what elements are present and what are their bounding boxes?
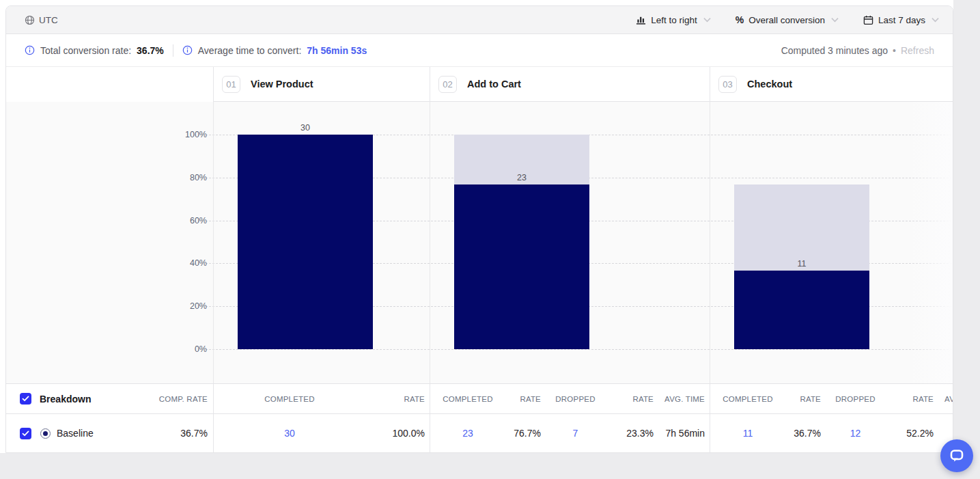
info-icon[interactable]: [25, 45, 35, 55]
baseline-breakdown-cell: Baseline 36.7%: [6, 414, 213, 452]
col-header: RATE: [785, 395, 826, 403]
bar-value-label: 11: [734, 257, 869, 271]
check-icon: [22, 430, 29, 437]
total-conversion-value: 36.7%: [137, 45, 164, 56]
breakdown-header-cell: Breakdown COMP. RATE: [6, 384, 213, 413]
step-name: Add to Cart: [467, 79, 521, 90]
step-number: 02: [438, 76, 457, 93]
layout-direction-dropdown[interactable]: Left to right: [636, 15, 711, 25]
col-header: RATE: [365, 395, 430, 403]
divider: [173, 44, 173, 57]
step-header-01[interactable]: 01View Product: [213, 67, 430, 102]
breakdown-label: Breakdown: [40, 394, 91, 405]
chat-launcher-button[interactable]: [940, 439, 973, 472]
total-conversion-label: Total conversion rate:: [40, 45, 131, 56]
col-header: DROPPED: [546, 395, 604, 403]
calendar-icon: [863, 15, 873, 25]
chevron-down-icon: [831, 17, 839, 23]
stat-avg_time: 7h 56min: [659, 428, 710, 439]
bar-value-label: 23: [454, 171, 589, 184]
col-header: COMPLETED: [430, 395, 505, 403]
step-table-values-03: 1136.7%1252.2%: [710, 414, 953, 452]
col-header: RATE: [884, 395, 939, 403]
baseline-checkbox[interactable]: [20, 428, 31, 439]
funnel-canvas: 01View Product02Add to Cart03Checkout 10…: [6, 67, 953, 452]
y-axis-tick: 20%: [190, 301, 207, 311]
chevron-down-icon: [703, 17, 711, 23]
stat-dropped_rate: 52.2%: [884, 428, 939, 439]
y-axis-tick: 60%: [190, 216, 207, 225]
timezone-selector[interactable]: UTC: [25, 15, 58, 25]
metric-dropdown[interactable]: % Overall conversion: [736, 14, 839, 25]
date-range-dropdown[interactable]: Last 7 days: [863, 15, 939, 25]
avg-time-value[interactable]: 7h 56min 53s: [307, 45, 367, 56]
col-header: AVG. TIME: [659, 395, 710, 403]
check-icon: [22, 396, 29, 402]
step-name: View Product: [251, 79, 313, 90]
series-color-indicator: [40, 428, 51, 439]
step-table-values-01: 30100.0%: [213, 414, 430, 452]
avg-time-label: Average time to convert:: [198, 45, 301, 56]
col-header: RATE: [505, 395, 546, 403]
timezone-label: UTC: [39, 15, 58, 25]
col-header: RATE: [604, 395, 659, 403]
step-table-headers-02: COMPLETEDRATEDROPPEDRATEAVG. TIME: [430, 384, 710, 413]
stat-dropped[interactable]: 12: [826, 428, 884, 439]
summary-stats: Total conversion rate: 36.7% Average tim…: [25, 44, 367, 57]
bullet-separator: •: [893, 45, 896, 56]
step-name: Checkout: [747, 79, 792, 90]
header-spacer: [6, 67, 213, 102]
breakdown-checkbox[interactable]: [20, 393, 31, 405]
refresh-button[interactable]: Refresh: [901, 45, 934, 56]
steps-header-row: 01View Product02Add to Cart03Checkout: [6, 67, 953, 102]
percent-icon: %: [736, 14, 744, 25]
col-header: COMPLETED: [710, 395, 785, 403]
col-header: COMPLETED: [214, 395, 365, 403]
completed-bar[interactable]: [734, 271, 869, 349]
stat-dropped_rate: 23.3%: [604, 428, 659, 439]
funnel-toolbar: UTC Left to right % Overall conversion L…: [6, 6, 953, 34]
stat-rate: 36.7%: [785, 428, 826, 439]
funnel-chart: 100%80%60%40%20%0% 302311: [6, 102, 953, 383]
step-table-headers-01: COMPLETEDRATE: [213, 384, 430, 413]
globe-icon: [25, 15, 35, 25]
computed-text: Computed 3 minutes ago: [781, 45, 888, 56]
col-header: DROPPED: [826, 395, 884, 403]
info-icon[interactable]: [182, 45, 193, 55]
step-number: 01: [222, 76, 240, 93]
y-axis-tick: 100%: [185, 130, 207, 139]
bar-value-label: 30: [238, 121, 373, 135]
step-header-02[interactable]: 02Add to Cart: [430, 67, 710, 102]
funnel-viewport: 01View Product02Add to Cart03Checkout 10…: [6, 67, 953, 452]
bar-chart-icon: [636, 15, 646, 25]
y-axis: 100%80%60%40%20%0%: [6, 102, 213, 383]
baseline-name: Baseline: [57, 428, 94, 439]
baseline-comp-rate: 36.7%: [180, 428, 213, 439]
y-axis-tick: 40%: [190, 258, 207, 268]
layout-direction-label: Left to right: [651, 15, 697, 25]
step-number: 03: [718, 76, 737, 93]
stat-dropped[interactable]: 7: [546, 428, 604, 439]
chat-bubble-icon: [948, 447, 966, 465]
step-header-03[interactable]: 03Checkout: [710, 67, 953, 102]
comp-rate-header: COMP. RATE: [159, 395, 213, 403]
stat-completed[interactable]: 23: [430, 428, 505, 439]
col-header: AVG. TIME: [939, 395, 953, 403]
summary-bar: Total conversion rate: 36.7% Average tim…: [6, 34, 953, 67]
step-table-values-02: 2376.7%723.3%7h 56min: [430, 414, 710, 452]
total-conversion-stat: Total conversion rate: 36.7%: [25, 45, 164, 56]
funnel-step-column-01: 30: [213, 102, 430, 383]
chevron-down-icon: [932, 17, 939, 23]
metric-label: Overall conversion: [748, 15, 825, 25]
stat-completed[interactable]: 11: [710, 428, 785, 439]
avg-time-stat: Average time to convert: 7h 56min 53s: [182, 45, 367, 56]
funnel-step-column-02: 23: [430, 102, 710, 383]
completed-bar[interactable]: [454, 184, 589, 349]
table-header-row: Breakdown COMP. RATE COMPLETEDRATECOMPLE…: [6, 383, 953, 414]
funnel-step-column-03: 11: [710, 102, 953, 383]
completed-bar[interactable]: [238, 135, 373, 349]
date-range-label: Last 7 days: [878, 15, 925, 25]
funnel-panel: UTC Left to right % Overall conversion L…: [5, 5, 953, 453]
stat-completed[interactable]: 30: [214, 428, 365, 439]
stat-rate: 100.0%: [365, 428, 430, 439]
